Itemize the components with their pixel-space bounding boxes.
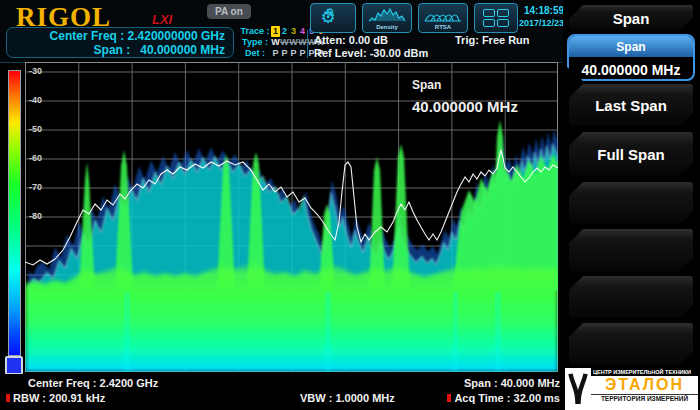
status-vbw: VBW : 1.0000 MHz — [300, 392, 395, 404]
etalon-badge: ЦЕНТР ИЗМЕРИТЕЛЬНОЙ ТЕХНИКИ ЭТАЛОН ТЕРРИ… — [565, 368, 698, 410]
y-axis-label: -40 — [29, 95, 55, 105]
y-axis-label: -50 — [29, 124, 55, 134]
status-span: Span : 40.000 MHz — [464, 377, 560, 389]
badge-top-text: ЦЕНТР ИЗМЕРИТЕЛЬНОЙ ТЕХНИКИ — [591, 368, 698, 376]
freq-summary-box: Center Freq : 2.420000000 GHz Span : 40.… — [6, 27, 234, 58]
trace-det-4: P — [298, 48, 307, 59]
rtsa-mode-button[interactable]: RTSA — [418, 3, 468, 33]
softkey-panel: Span Span 40.000000 MHz Last Span Full S… — [563, 0, 700, 410]
softkey-last-span[interactable]: Last Span — [569, 84, 693, 126]
status-center-freq: Center Freq : 2.4200 GHz — [28, 377, 158, 389]
header-bar: RIGOL LXI PA on Center Freq : 2.42000000… — [0, 0, 563, 63]
span-overlay-label: Span — [412, 78, 518, 92]
clock: 14:18:59 2017/12/23 — [500, 5, 564, 29]
y-axis-label: -70 — [29, 182, 55, 192]
density-icon — [368, 7, 406, 23]
trace-det-label: Det : — [239, 48, 271, 59]
badge-name: ЭТАЛОН — [591, 376, 698, 394]
pa-on-button[interactable]: PA on — [207, 4, 251, 19]
span-overlay-value: 40.000000 MHz — [412, 98, 518, 115]
trace-type-1: W — [271, 37, 280, 48]
status-acq-time: Acq Time : 32.00 ms — [447, 392, 560, 404]
rtsa-icon — [424, 7, 462, 23]
trace-number-3: 3 — [289, 26, 298, 37]
status-rbw: RBW : 200.91 kHz — [6, 392, 105, 404]
y-axis-label: -30 — [29, 66, 55, 76]
colorbar-min-handle — [5, 356, 23, 375]
trace-number-2: 2 — [280, 26, 289, 37]
spectrum-display: -30 -40 -50 -60 -70 -80 Span 40.000000 M… — [25, 62, 558, 372]
gear-icon: ⚙⚙ — [320, 9, 345, 27]
lxi-logo: LXI — [152, 12, 172, 27]
trace-label: Trace : — [239, 26, 271, 37]
trace-number-1: 1 — [271, 26, 280, 37]
date-display: 2017/12/23 — [500, 17, 564, 29]
trace-type-3: W — [289, 37, 298, 48]
trigger-status: Trig: Free Run — [455, 34, 530, 46]
softkey-empty-4 — [569, 323, 693, 365]
span-overlay: Span 40.000000 MHz — [412, 78, 518, 115]
rtsa-screen: RIGOL LXI PA on Center Freq : 2.42000000… — [0, 0, 700, 410]
trace-det-3: P — [289, 48, 298, 59]
trace-det-1: P — [271, 48, 280, 59]
trace-type-label: Type : — [239, 37, 271, 48]
softkey-full-span[interactable]: Full Span — [569, 132, 693, 176]
atten-value: Atten: 0.00 dB — [314, 34, 428, 47]
density-colorbar — [8, 70, 21, 356]
menu-title: Span — [569, 5, 693, 31]
badge-bottom-text: ТЕРРИТОРИЯ ИЗМЕРЕНИЙ — [591, 394, 698, 402]
rtsa-button-label: RTSA — [435, 24, 451, 30]
span-label: Span : — [94, 43, 131, 57]
header-divider — [307, 30, 308, 58]
softkey-empty-3 — [569, 276, 693, 318]
y-axis-label: -80 — [29, 211, 55, 221]
density-mode-button[interactable]: Density — [362, 3, 412, 33]
trace-number-4: 4 — [298, 26, 307, 37]
center-freq-value: 2.420000000 GHz — [128, 29, 225, 43]
softkey-span-active[interactable]: Span 40.000000 MHz — [567, 34, 695, 81]
atten-block: Atten: 0.00 dB Ref Level: -30.00 dBm — [314, 34, 428, 60]
manual-setting-marker — [447, 394, 451, 402]
center-freq-label: Center Freq : — [50, 29, 125, 43]
status-bar: Center Freq : 2.4200 GHz Span : 40.000 M… — [0, 374, 563, 410]
softkey-span-label: Span — [569, 36, 693, 57]
softkey-empty-1 — [569, 182, 693, 224]
manual-setting-marker — [6, 394, 10, 402]
span-value: 40.000000 MHz — [140, 43, 225, 57]
etalon-logo-mark — [565, 368, 591, 410]
softkey-empty-2 — [569, 229, 693, 271]
settings-button[interactable]: ⚙⚙ — [310, 3, 356, 33]
softkey-span-value: 40.000000 MHz — [569, 57, 693, 81]
trace-type-4: W — [298, 37, 307, 48]
trace-det-2: P — [280, 48, 289, 59]
time-display: 14:18:59 — [500, 5, 564, 17]
density-button-label: Density — [376, 24, 398, 30]
ref-level-value: Ref Level: -30.00 dBm — [314, 47, 428, 60]
y-axis-label: -60 — [29, 153, 55, 163]
trace-type-2: W — [280, 37, 289, 48]
